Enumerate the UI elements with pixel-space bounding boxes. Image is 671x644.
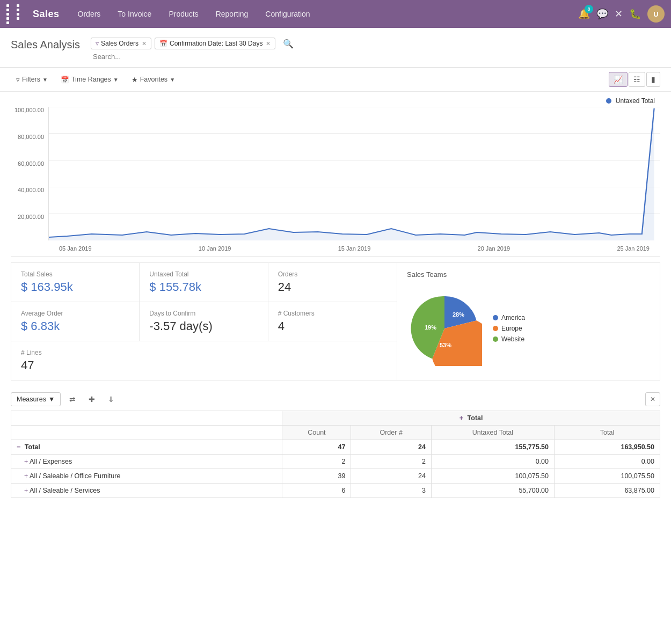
table-row-office-furniture: + All / Saleable / Office Furniture 39 2…	[11, 469, 660, 484]
expand-icon-services[interactable]: +	[24, 487, 28, 494]
table-row-expenses: + All / Expenses 2 2 0.00 0.00	[11, 455, 660, 469]
pie-content: 28% 53% 19% America Europe	[407, 284, 650, 372]
website-dot	[493, 336, 498, 342]
avg-order-value: $ 6.83k	[21, 319, 129, 333]
nav-to-invoice[interactable]: To Invoice	[110, 6, 159, 21]
expenses-order: 2	[351, 455, 431, 469]
view-list-btn[interactable]: ☷	[629, 72, 645, 87]
chart-legend: Untaxed Total	[11, 97, 660, 105]
expand-icon-furniture[interactable]: +	[24, 472, 28, 480]
view-bar-btn[interactable]: ▮	[646, 72, 660, 87]
time-ranges-label: Time Ranges	[71, 76, 111, 83]
toolbar-row: ▿ Filters ▼ 📅 Time Ranges ▼ ★ Favorites …	[0, 68, 671, 92]
page-content: Sales Analysis ▿ Sales Orders ✕ 📅 Confir…	[0, 28, 671, 644]
nav-products[interactable]: Products	[161, 6, 206, 21]
expand-icon-expenses[interactable]: +	[24, 458, 28, 465]
pie-title: Sales Teams	[407, 270, 650, 279]
total-untaxed: 155,775.50	[431, 440, 554, 455]
expenses-total: 0.00	[555, 455, 660, 469]
calendar-icon: 📅	[159, 40, 167, 47]
table-row-services: + All / Saleable / Services 6 3 55,700.0…	[11, 484, 660, 498]
services-untaxed: 55,700.00	[431, 484, 554, 498]
time-ranges-arrow: ▼	[113, 77, 119, 83]
total-total: 163,950.50	[555, 440, 660, 455]
filter-icon: ▿	[96, 40, 99, 47]
services-count: 6	[282, 484, 351, 498]
table-toolbar: Measures ▼ ⇄ ✚ ⇓ ✕	[11, 386, 660, 411]
filter-tag-label-0: Sales Orders	[101, 40, 138, 47]
collapse-icon[interactable]: −	[17, 443, 20, 451]
close-icon[interactable]: ✕	[615, 8, 623, 20]
filter-remove-0[interactable]: ✕	[142, 40, 147, 47]
expand-all-button[interactable]: ✚	[84, 392, 99, 406]
furniture-label: + All / Saleable / Office Furniture	[11, 469, 282, 484]
svg-marker-5	[49, 108, 654, 240]
filter-icon-btn: ▿	[16, 76, 20, 84]
services-total: 63,875.00	[555, 484, 660, 498]
notification-icon[interactable]: 🔔 8	[578, 8, 590, 20]
pie-legend-website: Website	[493, 335, 525, 343]
stat-untaxed-total: Untaxed Total $ 155.78k	[140, 263, 268, 302]
measures-button[interactable]: Measures ▼	[11, 392, 61, 406]
filters-button[interactable]: ▿ Filters ▼	[11, 73, 53, 86]
view-buttons: 📈 ☷ ▮	[609, 72, 660, 87]
svg-text:19%: 19%	[425, 324, 436, 331]
col-header-total: Total	[555, 426, 660, 440]
app-brand[interactable]: Sales	[33, 9, 60, 20]
table-area: Measures ▼ ⇄ ✚ ⇓ ✕ + Total Count	[0, 386, 671, 509]
services-order: 3	[351, 484, 431, 498]
pivot-table: + Total Count Order # Untaxed Total Tota…	[11, 411, 660, 498]
search-icon[interactable]: 🔍	[283, 39, 294, 49]
y-label-0: 100,000.00	[14, 107, 44, 113]
stats-area: Total Sales $ 163.95k Untaxed Total $ 15…	[0, 257, 671, 386]
pie-legend: America Europe Website	[493, 314, 525, 343]
favorites-button[interactable]: ★ Favorites ▼	[126, 73, 180, 86]
total-order: 24	[351, 440, 431, 455]
col-swap-button[interactable]: ⇄	[65, 392, 80, 406]
pie-svg: 28% 53% 19%	[407, 291, 482, 366]
fullscreen-button[interactable]: ✕	[645, 392, 660, 406]
pie-area: Sales Teams 28%	[397, 262, 660, 380]
furniture-order: 24	[351, 469, 431, 484]
x-label-1: 10 Jan 2019	[199, 245, 231, 252]
stat-customers: # Customers 4	[268, 302, 397, 341]
chat-icon[interactable]: 💬	[596, 8, 608, 20]
customers-value: 4	[278, 319, 387, 333]
orders-value: 24	[278, 280, 387, 294]
view-chart-btn[interactable]: 📈	[609, 72, 628, 87]
europe-dot	[493, 326, 498, 331]
row-label-header	[11, 426, 282, 440]
nav-configuration[interactable]: Configuration	[258, 6, 317, 21]
search-input[interactable]	[91, 52, 198, 62]
y-label-4: 20,000.00	[18, 214, 44, 220]
y-axis: 100,000.00 80,000.00 60,000.00 40,000.00…	[11, 107, 48, 240]
grid-menu-icon[interactable]	[6, 4, 25, 24]
filter-tag-label-1: Confirmation Date: Last 30 Days	[170, 40, 262, 47]
chart-area: Untaxed Total 100,000.00 80,000.00 60,00…	[0, 92, 671, 257]
filter-tag-confirmation-date[interactable]: 📅 Confirmation Date: Last 30 Days ✕	[155, 38, 275, 49]
furniture-total: 100,075.50	[555, 469, 660, 484]
svg-text:53%: 53%	[440, 342, 451, 348]
user-avatar[interactable]: U	[647, 5, 665, 23]
measures-arrow: ▼	[48, 396, 55, 403]
search-area: ▿ Sales Orders ✕ 📅 Confirmation Date: La…	[91, 38, 660, 62]
svg-text:28%: 28%	[453, 311, 464, 318]
nav-orders[interactable]: Orders	[70, 6, 108, 21]
col-header-untaxed: Untaxed Total	[431, 426, 554, 440]
lines-label: # Lines	[21, 349, 387, 356]
total-row-label: − Total	[11, 440, 282, 455]
america-dot	[493, 315, 498, 320]
time-ranges-button[interactable]: 📅 Time Ranges ▼	[55, 73, 124, 86]
y-label-3: 40,000.00	[18, 187, 44, 193]
nav-reporting[interactable]: Reporting	[208, 6, 256, 21]
empty-header	[11, 411, 282, 426]
europe-label: Europe	[501, 325, 522, 332]
orders-label: Orders	[278, 270, 387, 278]
website-label: Website	[501, 335, 524, 343]
total-sales-label: Total Sales	[21, 270, 129, 278]
debug-icon[interactable]: 🐛	[629, 8, 641, 20]
filter-remove-1[interactable]: ✕	[266, 40, 271, 47]
download-button[interactable]: ⇓	[104, 392, 119, 406]
customers-label: # Customers	[278, 310, 387, 317]
filter-tag-sales-orders[interactable]: ▿ Sales Orders ✕	[91, 38, 151, 49]
